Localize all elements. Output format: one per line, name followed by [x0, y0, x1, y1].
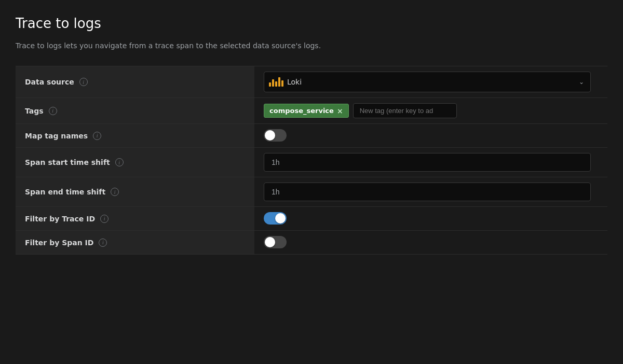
toggle-thumb-map-tag-names: [265, 130, 275, 141]
span-end-shift-input[interactable]: [264, 183, 591, 201]
label-cell-filter-trace-id: Filter by Trace ID i: [16, 207, 254, 231]
info-icon-filter-span-id[interactable]: i: [99, 239, 107, 247]
info-icon-span-end-shift[interactable]: i: [111, 188, 119, 196]
row-tags: Tags i compose_service ×: [16, 98, 607, 124]
label-cell-data-source: Data source i: [16, 66, 254, 98]
info-icon-span-start-shift[interactable]: i: [115, 158, 124, 166]
label-span-end-shift: Span end time shift: [25, 188, 105, 196]
loki-bars: [269, 77, 283, 87]
label-filter-trace-id: Filter by Trace ID: [25, 215, 95, 223]
value-cell-map-tag-names: [254, 124, 607, 148]
value-cell-span-start-shift: [254, 148, 607, 177]
span-start-shift-input[interactable]: [264, 153, 591, 172]
new-tag-input[interactable]: [353, 103, 457, 118]
toggle-thumb-filter-span-id: [265, 237, 275, 247]
row-map-tag-names: Map tag names i: [16, 124, 607, 148]
row-data-source: Data source i: [16, 66, 607, 98]
value-cell-span-end-shift: [254, 177, 607, 207]
toggle-track-filter-span-id: [264, 236, 287, 248]
row-filter-span-id: Filter by Span ID i: [16, 231, 607, 255]
settings-table: Data source i: [16, 66, 607, 255]
label-cell-tags: Tags i: [16, 98, 254, 124]
tag-chip-compose-service: compose_service ×: [264, 104, 349, 118]
row-span-start-shift: Span start time shift i: [16, 148, 607, 177]
info-icon-data-source[interactable]: i: [79, 78, 88, 86]
chevron-down-icon: ⌄: [579, 78, 584, 86]
info-icon-filter-trace-id[interactable]: i: [100, 215, 109, 223]
row-filter-trace-id: Filter by Trace ID i: [16, 207, 607, 231]
value-cell-filter-span-id: [254, 231, 607, 255]
datasource-name: Loki: [287, 78, 302, 86]
toggle-filter-span-id[interactable]: [264, 236, 287, 248]
value-cell-tags: compose_service ×: [254, 98, 607, 124]
label-cell-map-tag-names: Map tag names i: [16, 124, 254, 148]
label-span-start-shift: Span start time shift: [25, 158, 110, 166]
label-map-tag-names: Map tag names: [25, 132, 88, 140]
label-tags: Tags: [25, 107, 44, 115]
datasource-left: Loki: [270, 76, 302, 88]
page-title: Trace to logs: [16, 16, 607, 31]
value-cell-filter-trace-id: [254, 207, 607, 231]
toggle-filter-trace-id[interactable]: [264, 212, 287, 225]
label-filter-span-id: Filter by Span ID: [25, 239, 93, 247]
page-description: Trace to logs lets you navigate from a t…: [16, 40, 607, 51]
label-cell-filter-span-id: Filter by Span ID i: [16, 231, 254, 255]
toggle-map-tag-names[interactable]: [264, 129, 287, 142]
info-icon-tags[interactable]: i: [49, 107, 57, 115]
row-span-end-shift: Span end time shift i: [16, 177, 607, 207]
loki-icon: [270, 76, 282, 88]
tag-label: compose_service: [269, 107, 334, 115]
toggle-track-map-tag-names: [264, 129, 287, 142]
datasource-dropdown[interactable]: Loki ⌄: [264, 72, 591, 92]
main-container: Trace to logs Trace to logs lets you nav…: [16, 16, 607, 255]
label-data-source: Data source: [25, 78, 74, 86]
toggle-track-filter-trace-id: [264, 212, 287, 225]
tags-container: compose_service ×: [264, 103, 598, 118]
tag-remove-button[interactable]: ×: [337, 107, 343, 115]
toggle-thumb-filter-trace-id: [275, 213, 286, 223]
label-cell-span-start-shift: Span start time shift i: [16, 148, 254, 177]
value-cell-data-source: Loki ⌄: [254, 66, 607, 98]
label-cell-span-end-shift: Span end time shift i: [16, 177, 254, 207]
info-icon-map-tag-names[interactable]: i: [93, 132, 101, 140]
